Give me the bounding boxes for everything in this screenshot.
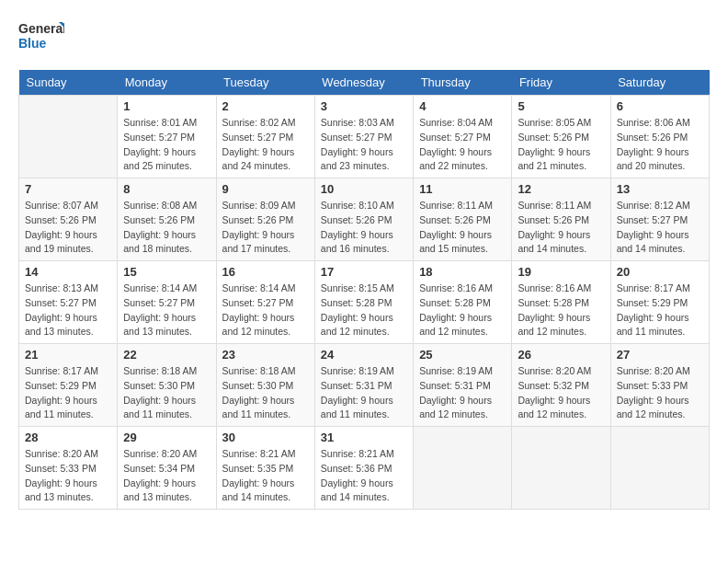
day-number: 29 xyxy=(123,431,210,444)
svg-text:General: General xyxy=(18,21,64,36)
day-number: 22 xyxy=(123,348,210,362)
calendar-cell: 5Sunrise: 8:05 AMSunset: 5:26 PMDaylight… xyxy=(512,96,610,178)
calendar-cell: 29Sunrise: 8:20 AMSunset: 5:34 PMDayligh… xyxy=(118,427,216,510)
calendar-cell: 31Sunrise: 8:21 AMSunset: 5:36 PMDayligh… xyxy=(314,427,413,510)
day-number: 9 xyxy=(222,182,309,196)
day-info: Sunrise: 8:01 AMSunset: 5:27 PMDaylight:… xyxy=(123,116,210,174)
calendar-cell: 30Sunrise: 8:21 AMSunset: 5:35 PMDayligh… xyxy=(216,427,314,510)
day-info: Sunrise: 8:11 AMSunset: 5:26 PMDaylight:… xyxy=(518,199,604,257)
day-info: Sunrise: 8:03 AMSunset: 5:27 PMDaylight:… xyxy=(321,116,407,174)
day-number: 23 xyxy=(222,348,309,362)
calendar-cell: 10Sunrise: 8:10 AMSunset: 5:26 PMDayligh… xyxy=(314,178,413,261)
svg-text:Blue: Blue xyxy=(18,36,47,51)
day-number: 27 xyxy=(617,348,703,362)
weekday-header-thursday: Thursday xyxy=(414,70,512,96)
day-number: 17 xyxy=(321,265,407,279)
calendar-cell: 23Sunrise: 8:18 AMSunset: 5:30 PMDayligh… xyxy=(216,344,314,427)
calendar-week-3: 14Sunrise: 8:13 AMSunset: 5:27 PMDayligh… xyxy=(19,261,710,344)
weekday-header-sunday: Sunday xyxy=(19,70,118,96)
day-info: Sunrise: 8:06 AMSunset: 5:26 PMDaylight:… xyxy=(617,116,703,174)
weekday-header-monday: Monday xyxy=(118,70,216,96)
calendar-cell: 17Sunrise: 8:15 AMSunset: 5:28 PMDayligh… xyxy=(314,261,413,344)
calendar-cell: 27Sunrise: 8:20 AMSunset: 5:33 PMDayligh… xyxy=(610,344,709,427)
day-info: Sunrise: 8:11 AMSunset: 5:26 PMDaylight:… xyxy=(419,199,506,257)
day-info: Sunrise: 8:12 AMSunset: 5:27 PMDaylight:… xyxy=(617,199,703,257)
weekday-header-saturday: Saturday xyxy=(610,70,709,96)
day-number: 7 xyxy=(25,182,111,196)
calendar-cell xyxy=(512,427,610,510)
calendar-cell: 8Sunrise: 8:08 AMSunset: 5:26 PMDaylight… xyxy=(118,178,216,261)
day-number: 11 xyxy=(419,182,506,196)
calendar-week-5: 28Sunrise: 8:20 AMSunset: 5:33 PMDayligh… xyxy=(19,427,710,510)
day-number: 30 xyxy=(222,431,309,444)
day-info: Sunrise: 8:20 AMSunset: 5:33 PMDaylight:… xyxy=(617,364,703,422)
day-info: Sunrise: 8:15 AMSunset: 5:28 PMDaylight:… xyxy=(321,282,407,339)
calendar-cell: 6Sunrise: 8:06 AMSunset: 5:26 PMDaylight… xyxy=(610,96,709,178)
calendar-cell xyxy=(19,96,118,178)
day-number: 6 xyxy=(617,99,703,113)
calendar-week-2: 7Sunrise: 8:07 AMSunset: 5:26 PMDaylight… xyxy=(19,178,710,261)
calendar-cell xyxy=(610,427,709,510)
calendar-table: SundayMondayTuesdayWednesdayThursdayFrid… xyxy=(18,70,710,510)
calendar-cell: 18Sunrise: 8:16 AMSunset: 5:28 PMDayligh… xyxy=(414,261,512,344)
day-number: 12 xyxy=(518,182,604,196)
day-info: Sunrise: 8:10 AMSunset: 5:26 PMDaylight:… xyxy=(321,199,407,257)
day-info: Sunrise: 8:07 AMSunset: 5:26 PMDaylight:… xyxy=(25,199,111,257)
calendar-cell: 28Sunrise: 8:20 AMSunset: 5:33 PMDayligh… xyxy=(19,427,118,510)
weekday-header-wednesday: Wednesday xyxy=(314,70,413,96)
calendar-cell: 14Sunrise: 8:13 AMSunset: 5:27 PMDayligh… xyxy=(19,261,118,344)
day-number: 19 xyxy=(518,265,604,279)
logo: General Blue xyxy=(18,18,64,55)
day-number: 5 xyxy=(518,99,604,113)
calendar-cell: 22Sunrise: 8:18 AMSunset: 5:30 PMDayligh… xyxy=(118,344,216,427)
day-info: Sunrise: 8:14 AMSunset: 5:27 PMDaylight:… xyxy=(123,282,210,339)
day-info: Sunrise: 8:18 AMSunset: 5:30 PMDaylight:… xyxy=(222,364,309,422)
calendar-cell: 13Sunrise: 8:12 AMSunset: 5:27 PMDayligh… xyxy=(610,178,709,261)
calendar-cell: 15Sunrise: 8:14 AMSunset: 5:27 PMDayligh… xyxy=(118,261,216,344)
calendar-week-1: 1Sunrise: 8:01 AMSunset: 5:27 PMDaylight… xyxy=(19,96,710,178)
calendar-cell: 7Sunrise: 8:07 AMSunset: 5:26 PMDaylight… xyxy=(19,178,118,261)
calendar-cell: 24Sunrise: 8:19 AMSunset: 5:31 PMDayligh… xyxy=(314,344,413,427)
calendar-cell xyxy=(414,427,512,510)
day-info: Sunrise: 8:13 AMSunset: 5:27 PMDaylight:… xyxy=(25,282,111,339)
weekday-header-tuesday: Tuesday xyxy=(216,70,314,96)
day-number: 18 xyxy=(419,265,506,279)
day-number: 8 xyxy=(123,182,210,196)
calendar-cell: 19Sunrise: 8:16 AMSunset: 5:28 PMDayligh… xyxy=(512,261,610,344)
day-number: 4 xyxy=(419,99,506,113)
day-number: 31 xyxy=(321,431,407,444)
day-number: 16 xyxy=(222,265,309,279)
day-info: Sunrise: 8:16 AMSunset: 5:28 PMDaylight:… xyxy=(419,282,506,339)
day-info: Sunrise: 8:20 AMSunset: 5:32 PMDaylight:… xyxy=(518,364,604,422)
day-info: Sunrise: 8:18 AMSunset: 5:30 PMDaylight:… xyxy=(123,364,210,422)
calendar-cell: 16Sunrise: 8:14 AMSunset: 5:27 PMDayligh… xyxy=(216,261,314,344)
day-number: 28 xyxy=(25,431,111,444)
day-number: 3 xyxy=(321,99,407,113)
calendar-cell: 2Sunrise: 8:02 AMSunset: 5:27 PMDaylight… xyxy=(216,96,314,178)
day-number: 24 xyxy=(321,348,407,362)
calendar-cell: 21Sunrise: 8:17 AMSunset: 5:29 PMDayligh… xyxy=(19,344,118,427)
day-number: 13 xyxy=(617,182,703,196)
day-info: Sunrise: 8:19 AMSunset: 5:31 PMDaylight:… xyxy=(419,364,506,422)
day-info: Sunrise: 8:17 AMSunset: 5:29 PMDaylight:… xyxy=(25,364,111,422)
calendar-cell: 9Sunrise: 8:09 AMSunset: 5:26 PMDaylight… xyxy=(216,178,314,261)
day-info: Sunrise: 8:05 AMSunset: 5:26 PMDaylight:… xyxy=(518,116,604,174)
day-info: Sunrise: 8:16 AMSunset: 5:28 PMDaylight:… xyxy=(518,282,604,339)
day-number: 10 xyxy=(321,182,407,196)
day-number: 14 xyxy=(25,265,111,279)
day-number: 20 xyxy=(617,265,703,279)
calendar-week-4: 21Sunrise: 8:17 AMSunset: 5:29 PMDayligh… xyxy=(19,344,710,427)
weekday-header-friday: Friday xyxy=(512,70,610,96)
day-number: 1 xyxy=(123,99,210,113)
calendar-cell: 11Sunrise: 8:11 AMSunset: 5:26 PMDayligh… xyxy=(414,178,512,261)
day-number: 25 xyxy=(419,348,506,362)
day-info: Sunrise: 8:21 AMSunset: 5:36 PMDaylight:… xyxy=(321,447,407,505)
day-number: 26 xyxy=(518,348,604,362)
calendar-cell: 1Sunrise: 8:01 AMSunset: 5:27 PMDaylight… xyxy=(118,96,216,178)
day-info: Sunrise: 8:04 AMSunset: 5:27 PMDaylight:… xyxy=(419,116,506,174)
calendar-cell: 3Sunrise: 8:03 AMSunset: 5:27 PMDaylight… xyxy=(314,96,413,178)
day-info: Sunrise: 8:02 AMSunset: 5:27 PMDaylight:… xyxy=(222,116,309,174)
day-info: Sunrise: 8:19 AMSunset: 5:31 PMDaylight:… xyxy=(321,364,407,422)
calendar-cell: 20Sunrise: 8:17 AMSunset: 5:29 PMDayligh… xyxy=(610,261,709,344)
day-info: Sunrise: 8:21 AMSunset: 5:35 PMDaylight:… xyxy=(222,447,309,505)
